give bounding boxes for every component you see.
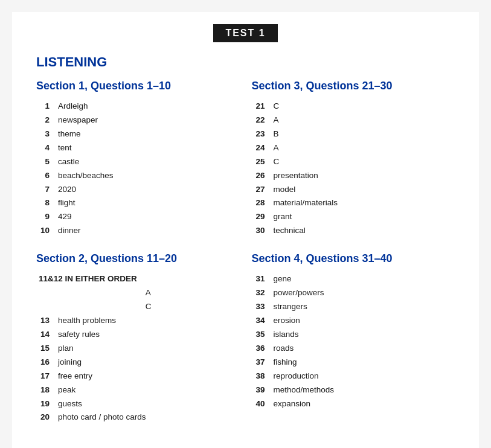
title-badge: TEST 1 bbox=[213, 24, 277, 42]
section-2-heading: Section 2, Questions 11–20 bbox=[36, 252, 228, 265]
answer-value: guests bbox=[56, 397, 228, 411]
answer-value: beach/beaches bbox=[56, 169, 228, 183]
table-row: 34erosion bbox=[252, 314, 455, 328]
answer-number: 28 bbox=[252, 196, 271, 210]
answer-number: 6 bbox=[36, 169, 56, 183]
table-row: 14safety rules bbox=[36, 328, 228, 342]
table-row: 38reproduction bbox=[252, 370, 455, 383]
answer-value: flight bbox=[56, 196, 228, 210]
answer-number: 8 bbox=[36, 196, 56, 210]
table-row: 3theme bbox=[36, 127, 228, 141]
table-row: 13health problems bbox=[36, 314, 228, 328]
answer-value: strangers bbox=[271, 300, 455, 314]
table-row: 8flight bbox=[36, 196, 228, 210]
answer-value: expansion bbox=[271, 397, 455, 411]
table-row: 29grant bbox=[252, 210, 455, 224]
answer-value: erosion bbox=[271, 314, 455, 328]
answer-number: 20 bbox=[36, 411, 56, 424]
table-row: 36roads bbox=[252, 342, 455, 356]
answer-value: C bbox=[271, 155, 455, 169]
answer-value: dinner bbox=[56, 224, 228, 238]
table-row: 19guests bbox=[36, 397, 228, 411]
table-row: 15plan bbox=[36, 342, 228, 356]
answer-value: gene bbox=[271, 272, 455, 286]
answer-value: C bbox=[271, 100, 455, 114]
either-answer-a: A bbox=[143, 286, 228, 300]
table-row: 32power/powers bbox=[252, 286, 455, 300]
answer-number: 39 bbox=[252, 383, 271, 397]
answer-value: free entry bbox=[56, 370, 228, 383]
answer-value: islands bbox=[271, 328, 455, 342]
table-row: 33strangers bbox=[252, 300, 455, 314]
table-row: 17free entry bbox=[36, 370, 228, 383]
table-row: 9429 bbox=[36, 210, 228, 224]
answer-number: 29 bbox=[252, 210, 271, 224]
answer-number: 37 bbox=[252, 356, 271, 370]
table-row: 2newspaper bbox=[36, 114, 228, 127]
answer-number: 1 bbox=[36, 100, 56, 114]
answer-value: roads bbox=[271, 342, 455, 356]
table-row: 31gene bbox=[252, 272, 455, 286]
answer-number: 35 bbox=[252, 328, 271, 342]
either-answer-c: C bbox=[143, 300, 228, 314]
listening-heading: LISTENING bbox=[36, 54, 455, 70]
table-row: 35islands bbox=[252, 328, 455, 342]
answer-number: 26 bbox=[252, 169, 271, 183]
section-2-block: Section 2, Questions 11–20 11&12 IN EITH… bbox=[36, 252, 228, 424]
answer-value: A bbox=[271, 114, 455, 127]
either-c-row: C bbox=[36, 300, 228, 314]
answer-value: health problems bbox=[56, 314, 228, 328]
answer-number: 9 bbox=[36, 210, 56, 224]
table-row: 28material/materials bbox=[252, 196, 455, 210]
answer-value: power/powers bbox=[271, 286, 455, 300]
answer-value: 2020 bbox=[56, 183, 228, 197]
answer-value: Ardleigh bbox=[56, 100, 228, 114]
answer-value: theme bbox=[56, 127, 228, 141]
columns: Section 1, Questions 1–10 1Ardleigh2news… bbox=[36, 80, 455, 439]
answer-value: model bbox=[271, 183, 455, 197]
answer-value: fishing bbox=[271, 356, 455, 370]
table-row: 25C bbox=[252, 155, 455, 169]
right-column: Section 3, Questions 21–30 21C22A23B24A2… bbox=[246, 80, 455, 439]
table-row: 39method/methods bbox=[252, 383, 455, 397]
section-2-table: 13health problems14safety rules15plan16j… bbox=[36, 314, 228, 424]
answer-number: 30 bbox=[252, 224, 271, 238]
answer-number: 10 bbox=[36, 224, 56, 238]
either-num: 11&12 IN EITHER ORDER bbox=[36, 272, 143, 286]
table-row: 21C bbox=[252, 100, 455, 114]
answer-value: technical bbox=[271, 224, 455, 238]
answer-value: material/materials bbox=[271, 196, 455, 210]
answer-number: 19 bbox=[36, 397, 56, 411]
title-box: TEST 1 bbox=[36, 24, 455, 42]
table-row: 16joining bbox=[36, 356, 228, 370]
answer-value: joining bbox=[56, 356, 228, 370]
answer-value: grant bbox=[271, 210, 455, 224]
left-column: Section 1, Questions 1–10 1Ardleigh2news… bbox=[36, 80, 246, 439]
answer-value: plan bbox=[56, 342, 228, 356]
table-row: 37fishing bbox=[252, 356, 455, 370]
table-row: 23B bbox=[252, 127, 455, 141]
table-row: 4tent bbox=[36, 141, 228, 155]
answer-number: 2 bbox=[36, 114, 56, 127]
answer-number: 33 bbox=[252, 300, 271, 314]
answer-value: peak bbox=[56, 383, 228, 397]
answer-number: 5 bbox=[36, 155, 56, 169]
answer-value: 429 bbox=[56, 210, 228, 224]
table-row: 26presentation bbox=[252, 169, 455, 183]
either-order-row: 11&12 IN EITHER ORDER bbox=[36, 272, 228, 286]
section-2-either-table: 11&12 IN EITHER ORDER A C bbox=[36, 272, 228, 314]
answer-number: 36 bbox=[252, 342, 271, 356]
answer-number: 25 bbox=[252, 155, 271, 169]
answer-number: 7 bbox=[36, 183, 56, 197]
answer-number: 40 bbox=[252, 397, 271, 411]
section-1-heading: Section 1, Questions 1–10 bbox=[36, 80, 228, 92]
table-row: 6beach/beaches bbox=[36, 169, 228, 183]
answer-value: method/methods bbox=[271, 383, 455, 397]
answer-number: 22 bbox=[252, 114, 271, 127]
answer-number: 14 bbox=[36, 328, 56, 342]
answer-value: presentation bbox=[271, 169, 455, 183]
answer-number: 18 bbox=[36, 383, 56, 397]
table-row: 10dinner bbox=[36, 224, 228, 238]
table-row: 18peak bbox=[36, 383, 228, 397]
page: TEST 1 LISTENING Section 1, Questions 1–… bbox=[12, 12, 479, 448]
